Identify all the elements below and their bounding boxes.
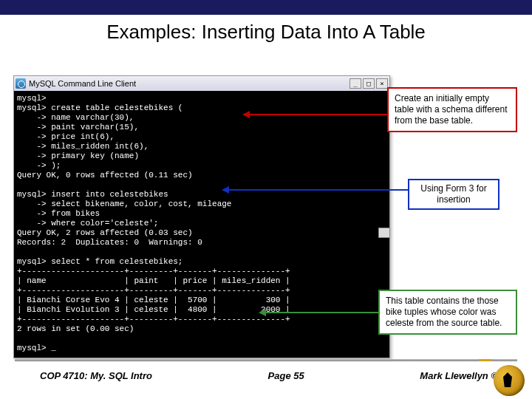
footer-course: COP 4710: My. SQL Intro (40, 370, 152, 381)
footer-divider (15, 359, 517, 361)
terminal-title-text: MySQL Command Line Client (29, 79, 349, 88)
footer-page: Page 55 (268, 370, 304, 381)
footer-author: Mark Llewellyn © (420, 370, 498, 381)
minimize-button[interactable]: _ (349, 78, 361, 89)
slide-title: Examples: Inserting Data Into A Table (0, 15, 532, 52)
slide-footer: COP 4710: My. SQL Intro Page 55 Mark Lle… (0, 359, 532, 399)
arrow-green (266, 312, 378, 313)
footer-row: COP 4710: My. SQL Intro Page 55 Mark Lle… (0, 366, 532, 381)
slide-container: Examples: Inserting Data Into A Table My… (0, 0, 532, 399)
callout-form3: Using Form 3 for insertion (408, 179, 499, 210)
ucf-seal-icon (494, 365, 525, 396)
app-icon (16, 78, 26, 89)
close-button[interactable]: × (376, 78, 388, 89)
callout-create-table: Create an initially empty table with a s… (387, 87, 517, 132)
scrollbar-thumb[interactable] (378, 228, 390, 238)
maximize-button[interactable]: □ (363, 78, 375, 89)
window-buttons: _ □ × (349, 78, 388, 89)
callout-result: This table contains the those bike tuple… (378, 290, 517, 335)
footer-accent (479, 359, 492, 361)
arrow-blue (229, 189, 408, 191)
terminal-window: MySQL Command Line Client _ □ × mysql> m… (13, 75, 390, 358)
arrow-red (250, 114, 387, 115)
terminal-titlebar: MySQL Command Line Client _ □ × (14, 76, 389, 91)
terminal-body[interactable]: mysql> mysql> create table celestebikes … (14, 91, 389, 358)
